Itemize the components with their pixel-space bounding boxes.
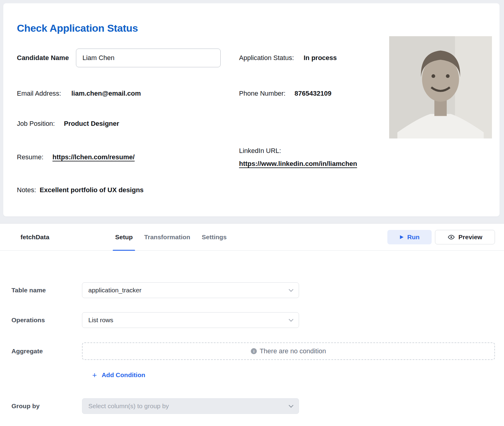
application-status-value: In process [304, 54, 337, 62]
tab-settings[interactable]: Settings [202, 224, 227, 251]
page-title: Check Application Status [17, 22, 138, 34]
tab-setup[interactable]: Setup [115, 224, 133, 251]
job-position-row: Job Position: Product Designer [17, 119, 119, 129]
table-name-label: Table name [11, 282, 46, 298]
query-header: fetchData Setup Transformation Settings … [0, 224, 504, 251]
chevron-down-icon [289, 403, 294, 408]
info-icon: i [251, 348, 257, 354]
portrait-placeholder-image [389, 36, 492, 138]
candidate-name-label: Candidate Name [17, 54, 69, 62]
chevron-down-icon [289, 287, 294, 292]
eye-icon [448, 234, 455, 241]
preview-button[interactable]: Preview [435, 230, 495, 244]
operations-select[interactable]: List rows [82, 312, 299, 328]
resume-row: Resume: https://lchen.com/resume/ [17, 152, 135, 162]
group-by-select[interactable]: Select column(s) to group by [82, 398, 299, 414]
query-name: fetchData [20, 224, 49, 251]
resume-link[interactable]: https://lchen.com/resume/ [52, 153, 135, 161]
application-status-row: Application Status: In process [239, 49, 337, 67]
query-editor-panel: fetchData Setup Transformation Settings … [0, 223, 504, 426]
notes-row: Notes: Excellent portfolio of UX designs [17, 185, 143, 195]
candidate-name-input[interactable] [76, 49, 221, 67]
aggregate-empty-dropzone: i There are no condition [82, 342, 495, 360]
notes-label: Notes: [17, 186, 36, 194]
operations-label: Operations [11, 312, 45, 328]
email-row: Email Address: liam.chen@email.com [17, 89, 141, 98]
table-name-select[interactable]: application_tracker [82, 282, 299, 298]
application-status-label: Application Status: [239, 54, 294, 62]
candidate-name-row: Candidate Name [17, 49, 221, 67]
aggregate-label: Aggregate [11, 343, 43, 359]
resume-label: Resume: [17, 153, 43, 161]
candidate-photo [389, 36, 492, 138]
phone-row: Phone Number: 8765432109 [239, 89, 331, 98]
linkedin-link[interactable]: https://www.linkedin.com/in/liamchen [239, 160, 357, 168]
notes-value: Excellent portfolio of UX designs [40, 186, 144, 194]
run-button[interactable]: Run [387, 230, 432, 244]
group-by-label: Group by [11, 398, 39, 414]
linkedin-row: https://www.linkedin.com/in/liamchen [239, 159, 357, 169]
tab-transformation[interactable]: Transformation [144, 224, 190, 251]
query-setup-form: Table name application_tracker Operation… [0, 251, 504, 426]
play-icon [399, 235, 404, 240]
linkedin-label: LinkedIn URL: [239, 146, 281, 156]
application-status-card: Check Application Status Candidate Name … [3, 3, 500, 217]
chevron-down-icon [289, 317, 294, 322]
query-tabs: Setup Transformation Settings [115, 224, 227, 251]
aggregate-empty-text: There are no condition [260, 347, 326, 355]
phone-label: Phone Number: [239, 90, 285, 97]
phone-value: 8765432109 [295, 90, 331, 97]
add-condition-button[interactable]: + Add Condition [90, 370, 147, 380]
plus-icon: + [92, 371, 97, 379]
email-value: liam.chen@email.com [71, 90, 141, 97]
email-label: Email Address: [17, 90, 61, 97]
job-position-value: Product Designer [64, 120, 119, 128]
job-position-label: Job Position: [17, 120, 55, 128]
